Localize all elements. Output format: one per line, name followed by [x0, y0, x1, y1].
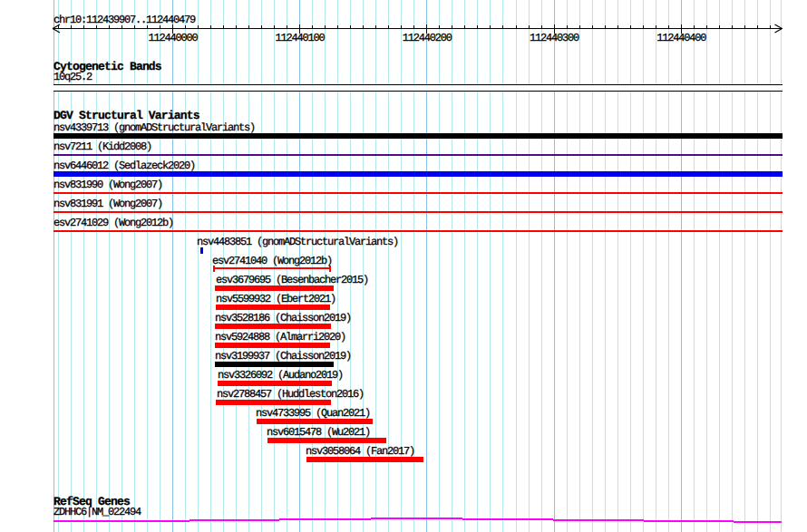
svg-text:nsv6015478 (Wu2021): nsv6015478 (Wu2021) — [267, 426, 370, 439]
svg-text:112440000: 112440000 — [148, 32, 198, 44]
svg-text:112440400: 112440400 — [656, 32, 706, 44]
svg-text:nsv4483851 (gnomADStructuralVa: nsv4483851 (gnomADStructuralVariants) — [197, 236, 398, 248]
svg-text:nsv4339713 (gnomADStructuralVa: nsv4339713 (gnomADStructuralVariants) — [53, 121, 255, 134]
svg-text:nsv4733995 (Quan2021): nsv4733995 (Quan2021) — [256, 407, 370, 420]
svg-text:112440100: 112440100 — [276, 32, 326, 44]
svg-text:112440300: 112440300 — [530, 32, 579, 44]
svg-text:nsv3058064 (Fan2017): nsv3058064 (Fan2017) — [306, 445, 414, 458]
svg-text:nsv831991 (Wong2007): nsv831991 (Wong2007) — [53, 198, 162, 210]
svg-text:nsv831990 (Wong2007): nsv831990 (Wong2007) — [53, 179, 162, 191]
svg-text:DGV Structural Variants: DGV Structural Variants — [53, 109, 200, 122]
svg-text:112440200: 112440200 — [403, 32, 452, 44]
svg-text:nsv3528186 (Chaisson2019): nsv3528186 (Chaisson2019) — [215, 312, 351, 324]
svg-text:ZDHHC6|NM_022494: ZDHHC6|NM_022494 — [53, 506, 141, 518]
svg-text:esv3679695 (Besenbacher2015): esv3679695 (Besenbacher2015) — [216, 274, 368, 286]
svg-text:chr10:112439907..112440479: chr10:112439907..112440479 — [53, 14, 196, 26]
svg-text:10q25.2: 10q25.2 — [53, 71, 92, 83]
svg-text:nsv3199937 (Chaisson2019): nsv3199937 (Chaisson2019) — [215, 350, 351, 363]
svg-text:nsv7211 (Kidd2008): nsv7211 (Kidd2008) — [53, 140, 151, 153]
svg-text:nsv5599932 (Ebert2021): nsv5599932 (Ebert2021) — [216, 293, 335, 305]
svg-text:esv2741040 (Wong2012b): esv2741040 (Wong2012b) — [212, 255, 332, 267]
svg-text:nsv6446012 (Sedlazeck2020): nsv6446012 (Sedlazeck2020) — [53, 160, 195, 172]
svg-text:nsv5924888 (Almarri2020): nsv5924888 (Almarri2020) — [215, 331, 345, 343]
svg-text:esv2741029 (Wong2012b): esv2741029 (Wong2012b) — [53, 217, 173, 229]
svg-text:nsv2788457 (Huddleston2016): nsv2788457 (Huddleston2016) — [217, 388, 364, 401]
svg-text:nsv3326092 (Audano2019): nsv3326092 (Audano2019) — [218, 369, 343, 382]
